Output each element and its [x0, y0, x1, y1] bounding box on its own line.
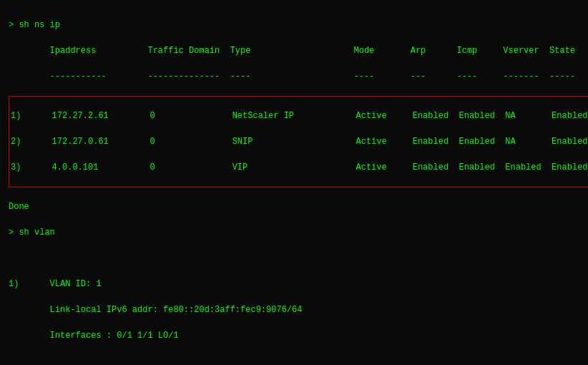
done-1: Done	[9, 200, 579, 213]
ns-ip-row-3: 3) 4.0.0.101 0 VIP Active Enabled Enable…	[11, 161, 588, 174]
vlan-1-line2: Link-local IPv6 addr: fe80::20d:3aff:fec…	[9, 303, 579, 316]
ns-ip-row-2: 2) 172.27.0.61 0 SNIP Active Enabled Ena…	[11, 135, 588, 148]
prompt-1: > sh ns ip	[9, 19, 579, 31]
terminal-output: > sh ns ip Ipaddress Traffic Domain Type…	[9, 6, 579, 96]
ns-ip-rows: 1) 172.27.2.61 0 NetScaler IP Active Ena…	[11, 97, 588, 187]
terminal-body-2: Done > sh vlan 1) VLAN ID: 1 Link-local …	[9, 188, 579, 365]
ns-ip-sep: ----------- -------------- ---- ---- ---…	[9, 70, 579, 83]
vlan-1-line1: 1) VLAN ID: 1	[9, 278, 579, 291]
vlan-1-line3: Interfaces : 0/1 1/1 LO/1	[9, 329, 579, 342]
ns-ip-row-1: 1) 172.27.2.61 0 NetScaler IP Active Ena…	[11, 110, 588, 122]
ns-ip-headers: Ipaddress Traffic Domain Type Mode Arp I…	[9, 44, 579, 57]
prompt-2: > sh vlan	[9, 226, 579, 239]
vlan-blank2	[9, 355, 579, 365]
vlan-blank	[9, 252, 579, 265]
